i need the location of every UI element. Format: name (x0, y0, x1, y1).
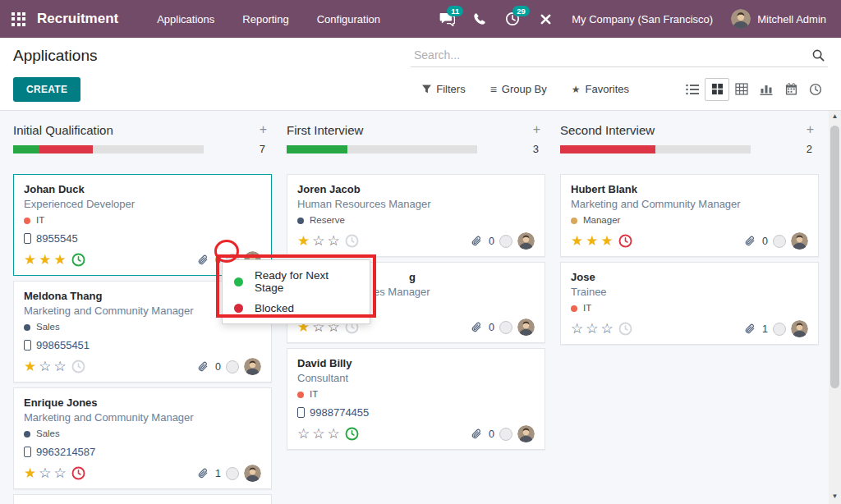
kanban-card[interactable]: Yin LeeMarketing and Community Manager (13, 494, 272, 504)
activity-clock-icon[interactable] (71, 253, 85, 267)
progress-segment[interactable] (560, 145, 655, 153)
column-title: Second Interview (560, 123, 802, 137)
menu-applications[interactable]: Applications (143, 0, 228, 38)
kanban-state-circle[interactable] (499, 235, 512, 248)
kanban-state-circle[interactable] (773, 323, 786, 336)
assignee-avatar[interactable] (791, 320, 808, 337)
apps-menu-icon[interactable] (11, 12, 25, 26)
star-filled-icon[interactable]: ★ (586, 234, 598, 249)
view-list-button[interactable] (680, 78, 705, 101)
star-filled-icon[interactable]: ★ (54, 253, 67, 268)
activities-icon[interactable]: 29 (498, 0, 527, 38)
activity-clock-icon[interactable] (618, 322, 632, 336)
scroll-up-arrow[interactable]: ▲ (832, 111, 839, 122)
star-filled-icon[interactable]: ★ (24, 466, 36, 481)
star-empty-icon[interactable]: ☆ (39, 466, 51, 481)
star-empty-icon[interactable]: ☆ (571, 322, 583, 337)
activity-clock-icon[interactable] (345, 234, 359, 248)
assignee-avatar[interactable] (244, 465, 261, 482)
kanban-card[interactable]: Enrique JonesMarketing and Community Man… (13, 387, 272, 489)
view-pivot-button[interactable] (729, 78, 754, 101)
column-add-icon[interactable]: + (255, 122, 272, 137)
vertical-scrollbar[interactable]: ▲ ▼ (829, 111, 841, 504)
star-filled-icon[interactable]: ★ (24, 360, 36, 374)
view-kanban-button[interactable] (705, 78, 729, 101)
app-name[interactable]: Recruitment (37, 11, 118, 27)
kanban-card[interactable]: JoseTraineeIT☆☆☆1 (560, 262, 819, 345)
paperclip-icon (744, 323, 756, 335)
user-menu[interactable]: Mitchell Admin (731, 9, 830, 29)
kanban-state-circle[interactable] (226, 360, 239, 373)
activity-clock-icon[interactable] (71, 466, 85, 480)
assignee-avatar[interactable] (517, 425, 535, 442)
star-filled-icon[interactable]: ★ (297, 234, 310, 249)
star-empty-icon[interactable]: ☆ (54, 466, 67, 481)
control-panel-top: Applications (0, 38, 841, 73)
star-filled-icon[interactable]: ★ (601, 234, 614, 249)
phone-icon[interactable] (465, 0, 494, 38)
tag: Sales (24, 427, 261, 441)
star-empty-icon[interactable]: ☆ (297, 427, 310, 442)
assignee-avatar[interactable] (517, 318, 535, 336)
scrollbar-thumb[interactable] (830, 126, 839, 388)
view-graph-button[interactable] (754, 78, 779, 101)
messages-icon[interactable]: 11 (432, 0, 462, 38)
star-empty-icon[interactable]: ☆ (54, 360, 67, 374)
star-filled-icon[interactable]: ★ (24, 253, 36, 268)
column-progressbar[interactable] (13, 145, 204, 153)
company-switcher[interactable]: My Company (San Francisco) (563, 13, 728, 25)
activity-clock-icon[interactable] (71, 360, 85, 373)
star-empty-icon[interactable]: ☆ (328, 427, 340, 442)
card-footer: ★★★0 (571, 232, 808, 250)
progress-segment[interactable] (287, 145, 347, 153)
view-activity-button[interactable] (803, 78, 828, 101)
assignee-avatar[interactable] (791, 232, 808, 250)
assignee-avatar[interactable] (517, 232, 535, 250)
kanban-card[interactable]: Hubert BlankMarketing and Community Mana… (560, 174, 819, 257)
state-option[interactable]: Ready for Next Stage (223, 265, 370, 298)
column-progressbar[interactable] (287, 145, 477, 153)
priority-stars: ☆☆☆ (571, 322, 614, 337)
column-add-icon[interactable]: + (528, 122, 545, 137)
star-empty-icon[interactable]: ☆ (312, 234, 324, 249)
kanban-card[interactable]: David BillyConsultantIT9988774455☆☆☆0 (287, 348, 545, 450)
star-empty-icon[interactable]: ☆ (312, 427, 324, 442)
phone-number[interactable]: 9988774455 (310, 405, 369, 420)
favorites-button[interactable]: ★ Favorites (572, 83, 629, 95)
star-empty-icon[interactable]: ☆ (601, 322, 614, 337)
star-empty-icon[interactable]: ☆ (39, 360, 51, 374)
create-button[interactable]: CREATE (13, 77, 80, 102)
view-calendar-button[interactable] (779, 78, 803, 101)
search-icon[interactable] (812, 49, 825, 62)
phone-row: 9963214587 (24, 444, 261, 460)
star-empty-icon[interactable]: ☆ (328, 234, 340, 249)
state-option[interactable]: Blocked (223, 298, 370, 318)
star-filled-icon[interactable]: ★ (571, 234, 583, 249)
column-add-icon[interactable]: + (802, 122, 819, 137)
activity-clock-icon[interactable] (618, 234, 632, 248)
activity-clock-icon[interactable] (345, 427, 359, 441)
kanban-state-circle[interactable] (499, 428, 512, 441)
kanban-state-circle[interactable] (226, 467, 239, 480)
phone-number[interactable]: 9963214587 (36, 444, 95, 460)
kanban-state-circle[interactable] (499, 321, 512, 334)
scroll-down-arrow[interactable]: ▼ (832, 491, 839, 502)
search-input[interactable] (414, 48, 812, 62)
column-progressbar[interactable] (560, 145, 751, 153)
menu-configuration[interactable]: Configuration (303, 0, 394, 38)
phone-number[interactable]: 998655451 (36, 337, 90, 353)
assignee-avatar[interactable] (244, 358, 261, 375)
kanban-card[interactable]: Joren JacobHuman Resources ManagerReserv… (287, 174, 545, 257)
applicant-name: Johan Duck (24, 182, 261, 197)
star-empty-icon[interactable]: ☆ (586, 322, 598, 337)
group-by-button[interactable]: ≡ Group By (490, 83, 547, 95)
phone-number[interactable]: 8955545 (36, 231, 78, 246)
priority-stars: ★☆☆ (24, 466, 67, 481)
menu-reporting[interactable]: Reporting (228, 0, 302, 38)
progress-segment[interactable] (13, 145, 39, 153)
kanban-state-circle[interactable] (773, 235, 786, 248)
filters-button[interactable]: Filters (422, 83, 465, 95)
progress-segment[interactable] (39, 145, 93, 153)
tools-icon[interactable] (531, 0, 560, 38)
star-filled-icon[interactable]: ★ (39, 253, 51, 268)
